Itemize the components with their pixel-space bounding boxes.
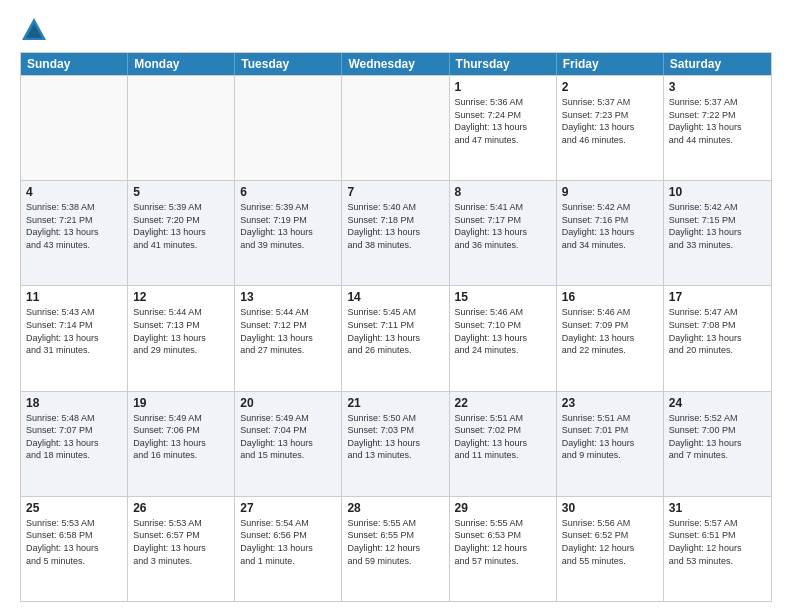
calendar-cell: 26Sunrise: 5:53 AM Sunset: 6:57 PM Dayli… [128, 497, 235, 601]
day-number: 3 [669, 80, 766, 94]
logo-icon [20, 16, 48, 44]
calendar: SundayMondayTuesdayWednesdayThursdayFrid… [20, 52, 772, 602]
calendar-cell: 21Sunrise: 5:50 AM Sunset: 7:03 PM Dayli… [342, 392, 449, 496]
day-info: Sunrise: 5:39 AM Sunset: 7:20 PM Dayligh… [133, 201, 229, 251]
day-number: 28 [347, 501, 443, 515]
day-info: Sunrise: 5:53 AM Sunset: 6:58 PM Dayligh… [26, 517, 122, 567]
day-info: Sunrise: 5:51 AM Sunset: 7:02 PM Dayligh… [455, 412, 551, 462]
day-number: 14 [347, 290, 443, 304]
calendar-cell: 27Sunrise: 5:54 AM Sunset: 6:56 PM Dayli… [235, 497, 342, 601]
day-number: 9 [562, 185, 658, 199]
day-info: Sunrise: 5:46 AM Sunset: 7:10 PM Dayligh… [455, 306, 551, 356]
day-info: Sunrise: 5:49 AM Sunset: 7:06 PM Dayligh… [133, 412, 229, 462]
day-info: Sunrise: 5:50 AM Sunset: 7:03 PM Dayligh… [347, 412, 443, 462]
day-info: Sunrise: 5:48 AM Sunset: 7:07 PM Dayligh… [26, 412, 122, 462]
calendar-cell: 5Sunrise: 5:39 AM Sunset: 7:20 PM Daylig… [128, 181, 235, 285]
calendar-cell: 17Sunrise: 5:47 AM Sunset: 7:08 PM Dayli… [664, 286, 771, 390]
calendar-row: 18Sunrise: 5:48 AM Sunset: 7:07 PM Dayli… [21, 391, 771, 496]
page: SundayMondayTuesdayWednesdayThursdayFrid… [0, 0, 792, 612]
calendar-cell: 20Sunrise: 5:49 AM Sunset: 7:04 PM Dayli… [235, 392, 342, 496]
day-info: Sunrise: 5:45 AM Sunset: 7:11 PM Dayligh… [347, 306, 443, 356]
calendar-cell: 29Sunrise: 5:55 AM Sunset: 6:53 PM Dayli… [450, 497, 557, 601]
day-info: Sunrise: 5:42 AM Sunset: 7:15 PM Dayligh… [669, 201, 766, 251]
day-number: 20 [240, 396, 336, 410]
calendar-cell: 22Sunrise: 5:51 AM Sunset: 7:02 PM Dayli… [450, 392, 557, 496]
day-number: 18 [26, 396, 122, 410]
day-info: Sunrise: 5:51 AM Sunset: 7:01 PM Dayligh… [562, 412, 658, 462]
day-number: 2 [562, 80, 658, 94]
header-day-monday: Monday [128, 53, 235, 75]
day-info: Sunrise: 5:55 AM Sunset: 6:53 PM Dayligh… [455, 517, 551, 567]
day-number: 4 [26, 185, 122, 199]
day-info: Sunrise: 5:55 AM Sunset: 6:55 PM Dayligh… [347, 517, 443, 567]
header-day-sunday: Sunday [21, 53, 128, 75]
calendar-row: 25Sunrise: 5:53 AM Sunset: 6:58 PM Dayli… [21, 496, 771, 601]
calendar-cell: 24Sunrise: 5:52 AM Sunset: 7:00 PM Dayli… [664, 392, 771, 496]
calendar-cell: 7Sunrise: 5:40 AM Sunset: 7:18 PM Daylig… [342, 181, 449, 285]
day-info: Sunrise: 5:43 AM Sunset: 7:14 PM Dayligh… [26, 306, 122, 356]
header-day-friday: Friday [557, 53, 664, 75]
day-info: Sunrise: 5:36 AM Sunset: 7:24 PM Dayligh… [455, 96, 551, 146]
calendar-cell: 3Sunrise: 5:37 AM Sunset: 7:22 PM Daylig… [664, 76, 771, 180]
calendar-cell: 2Sunrise: 5:37 AM Sunset: 7:23 PM Daylig… [557, 76, 664, 180]
day-number: 29 [455, 501, 551, 515]
calendar-header: SundayMondayTuesdayWednesdayThursdayFrid… [21, 53, 771, 75]
day-number: 17 [669, 290, 766, 304]
day-info: Sunrise: 5:56 AM Sunset: 6:52 PM Dayligh… [562, 517, 658, 567]
day-number: 23 [562, 396, 658, 410]
header-day-thursday: Thursday [450, 53, 557, 75]
day-info: Sunrise: 5:46 AM Sunset: 7:09 PM Dayligh… [562, 306, 658, 356]
day-number: 5 [133, 185, 229, 199]
day-number: 27 [240, 501, 336, 515]
calendar-cell: 9Sunrise: 5:42 AM Sunset: 7:16 PM Daylig… [557, 181, 664, 285]
calendar-cell: 25Sunrise: 5:53 AM Sunset: 6:58 PM Dayli… [21, 497, 128, 601]
day-number: 31 [669, 501, 766, 515]
calendar-row: 4Sunrise: 5:38 AM Sunset: 7:21 PM Daylig… [21, 180, 771, 285]
day-info: Sunrise: 5:41 AM Sunset: 7:17 PM Dayligh… [455, 201, 551, 251]
calendar-cell: 18Sunrise: 5:48 AM Sunset: 7:07 PM Dayli… [21, 392, 128, 496]
day-info: Sunrise: 5:38 AM Sunset: 7:21 PM Dayligh… [26, 201, 122, 251]
calendar-cell: 23Sunrise: 5:51 AM Sunset: 7:01 PM Dayli… [557, 392, 664, 496]
day-number: 21 [347, 396, 443, 410]
day-info: Sunrise: 5:49 AM Sunset: 7:04 PM Dayligh… [240, 412, 336, 462]
day-info: Sunrise: 5:42 AM Sunset: 7:16 PM Dayligh… [562, 201, 658, 251]
calendar-cell: 28Sunrise: 5:55 AM Sunset: 6:55 PM Dayli… [342, 497, 449, 601]
day-number: 25 [26, 501, 122, 515]
day-number: 19 [133, 396, 229, 410]
day-number: 1 [455, 80, 551, 94]
calendar-cell: 4Sunrise: 5:38 AM Sunset: 7:21 PM Daylig… [21, 181, 128, 285]
calendar-cell: 14Sunrise: 5:45 AM Sunset: 7:11 PM Dayli… [342, 286, 449, 390]
day-info: Sunrise: 5:54 AM Sunset: 6:56 PM Dayligh… [240, 517, 336, 567]
day-info: Sunrise: 5:37 AM Sunset: 7:23 PM Dayligh… [562, 96, 658, 146]
day-info: Sunrise: 5:40 AM Sunset: 7:18 PM Dayligh… [347, 201, 443, 251]
calendar-cell [235, 76, 342, 180]
calendar-cell [21, 76, 128, 180]
calendar-cell [342, 76, 449, 180]
day-info: Sunrise: 5:47 AM Sunset: 7:08 PM Dayligh… [669, 306, 766, 356]
day-info: Sunrise: 5:39 AM Sunset: 7:19 PM Dayligh… [240, 201, 336, 251]
day-number: 12 [133, 290, 229, 304]
calendar-cell [128, 76, 235, 180]
calendar-row: 1Sunrise: 5:36 AM Sunset: 7:24 PM Daylig… [21, 75, 771, 180]
day-info: Sunrise: 5:52 AM Sunset: 7:00 PM Dayligh… [669, 412, 766, 462]
calendar-cell: 31Sunrise: 5:57 AM Sunset: 6:51 PM Dayli… [664, 497, 771, 601]
calendar-cell: 16Sunrise: 5:46 AM Sunset: 7:09 PM Dayli… [557, 286, 664, 390]
calendar-cell: 13Sunrise: 5:44 AM Sunset: 7:12 PM Dayli… [235, 286, 342, 390]
day-number: 15 [455, 290, 551, 304]
day-info: Sunrise: 5:37 AM Sunset: 7:22 PM Dayligh… [669, 96, 766, 146]
day-info: Sunrise: 5:44 AM Sunset: 7:13 PM Dayligh… [133, 306, 229, 356]
day-number: 10 [669, 185, 766, 199]
header-day-wednesday: Wednesday [342, 53, 449, 75]
calendar-cell: 15Sunrise: 5:46 AM Sunset: 7:10 PM Dayli… [450, 286, 557, 390]
header-day-saturday: Saturday [664, 53, 771, 75]
day-number: 22 [455, 396, 551, 410]
calendar-row: 11Sunrise: 5:43 AM Sunset: 7:14 PM Dayli… [21, 285, 771, 390]
day-number: 8 [455, 185, 551, 199]
day-number: 26 [133, 501, 229, 515]
calendar-cell: 8Sunrise: 5:41 AM Sunset: 7:17 PM Daylig… [450, 181, 557, 285]
day-number: 7 [347, 185, 443, 199]
day-info: Sunrise: 5:53 AM Sunset: 6:57 PM Dayligh… [133, 517, 229, 567]
day-number: 24 [669, 396, 766, 410]
calendar-cell: 11Sunrise: 5:43 AM Sunset: 7:14 PM Dayli… [21, 286, 128, 390]
header-day-tuesday: Tuesday [235, 53, 342, 75]
